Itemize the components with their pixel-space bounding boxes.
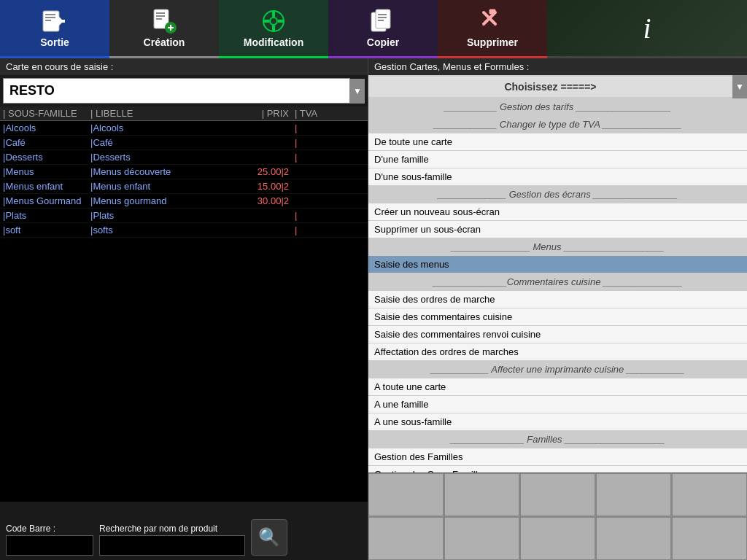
data-table: | SOUS-FAMILLE | LIBELLE | PRIX | TVA |A… [0, 106, 368, 502]
supprimer-button[interactable]: Supprimer [438, 0, 547, 58]
content-area: Carte en cours de saisie : ▼ | SOUS-FAMI… [0, 58, 747, 560]
list-item[interactable]: Saisie des commentaires renvoi cuisine [368, 326, 747, 343]
table-row[interactable]: |Café |Café | [0, 136, 368, 150]
cell-prix [233, 122, 292, 133]
grid-cell-8 [520, 517, 595, 560]
svg-rect-24 [489, 9, 495, 14]
table-header: | SOUS-FAMILLE | LIBELLE | PRIX | TVA [0, 106, 368, 121]
list-item[interactable]: D'une sous-famille [368, 168, 747, 186]
col-prix-header: | PRIX [233, 108, 292, 119]
copier-label: Copier [367, 36, 399, 48]
cell-prix [233, 152, 292, 163]
cell-prix: 15.00|2 [233, 181, 292, 192]
recherche-input[interactable] [99, 535, 245, 556]
creation-icon [150, 8, 179, 34]
svg-rect-22 [378, 17, 387, 18]
modification-button[interactable]: Modification [219, 0, 328, 58]
left-panel-header: Carte en cours de saisie : [0, 58, 368, 75]
copier-button[interactable]: Copier [328, 0, 438, 58]
right-dropdown-button[interactable]: ▼ [732, 75, 747, 98]
sortie-icon [40, 8, 69, 34]
list-item[interactable]: A toute une carte [368, 378, 747, 396]
list-item[interactable]: Saisie des menus [368, 256, 747, 273]
table-row[interactable]: |soft |softs | [0, 223, 368, 238]
svg-rect-16 [272, 26, 275, 31]
list-item[interactable]: D'une famille [368, 151, 747, 168]
card-select-row: ▼ [0, 75, 368, 106]
cell-prix [233, 225, 292, 236]
card-select-input[interactable] [3, 78, 350, 104]
table-row[interactable]: |Menus enfant |Menus enfant 15.00|2 [0, 179, 368, 194]
list-item[interactable]: A une famille [368, 396, 747, 413]
right-panel-header: Gestion Cartes, Menus et Formules : [368, 58, 747, 75]
grid-cell-7 [444, 517, 519, 560]
table-row[interactable]: |Desserts |Desserts | [0, 150, 368, 165]
table-row[interactable]: |Plats |Plats | [0, 209, 368, 223]
sortie-label: Sortie [40, 36, 69, 48]
search-button[interactable]: 🔍 [251, 519, 287, 556]
grid-cell-6 [368, 517, 444, 560]
list-item[interactable]: Créer un nouveau sous-écran [368, 203, 747, 221]
card-dropdown-button[interactable]: ▼ [350, 79, 365, 104]
table-row[interactable]: |Menus Gourmand |Menus gourmand 30.00|2 [0, 194, 368, 209]
right-dropdown-display[interactable]: Choisissez =====> [368, 77, 732, 97]
carte-header-label: Carte en cours de saisie : [6, 61, 113, 72]
right-dropdown-row: Choisissez =====> ▼ [368, 75, 747, 98]
col-sous-famille-header: | SOUS-FAMILLE [0, 108, 88, 119]
cell-tva: | [292, 210, 336, 221]
modification-icon [259, 8, 288, 34]
left-bottom: Code Barre : Recherche par nom de produi… [0, 502, 368, 560]
code-barre-input[interactable] [6, 535, 93, 556]
list-item[interactable]: Saisie des commentaires cuisine [368, 308, 747, 326]
cell-prix [233, 137, 292, 148]
svg-rect-17 [263, 20, 269, 23]
left-panel: Carte en cours de saisie : ▼ | SOUS-FAMI… [0, 58, 368, 560]
cell-tva: | [292, 122, 336, 133]
cell-tva: | [292, 225, 336, 236]
sortie-button[interactable]: Sortie [0, 0, 109, 58]
list-item[interactable]: A une sous-famille [368, 413, 747, 431]
supprimer-label: Supprimer [467, 36, 518, 48]
grid-cell-9 [596, 517, 671, 560]
col-libelle-header: | LIBELLE [88, 108, 233, 119]
supprimer-icon [478, 8, 507, 34]
cell-sous-famille: |Alcools [0, 122, 88, 133]
list-item[interactable]: Gestion des Familles [368, 448, 747, 466]
svg-rect-21 [378, 14, 387, 15]
creation-button[interactable]: Création [109, 0, 219, 58]
svg-rect-9 [156, 18, 162, 20]
list-item[interactable]: Affectation des ordres de marches [368, 343, 747, 361]
grid-cell-1 [368, 473, 444, 516]
cell-tva [292, 181, 336, 192]
code-barre-label: Code Barre : [6, 524, 93, 534]
main-container: Sortie Création [0, 0, 747, 560]
info-button[interactable]: i [547, 0, 747, 58]
list-item: ___________ Affecter une imprimante cuis… [368, 361, 747, 378]
cell-libelle: |softs [88, 225, 233, 236]
grid-cell-2 [444, 473, 519, 516]
table-row[interactable]: |Alcools |Alcools | [0, 121, 368, 136]
cell-libelle: |Desserts [88, 152, 233, 163]
list-item: __________ Gestion des tarifs __________… [368, 98, 747, 116]
list-item: _______________ Menus __________________… [368, 238, 747, 256]
modification-label: Modification [244, 36, 303, 48]
gestion-header-label: Gestion Cartes, Menus et Formules : [374, 61, 529, 72]
cell-libelle: |Café [88, 137, 233, 148]
cell-prix: 30.00|2 [233, 195, 292, 206]
recherche-label: Recherche par nom de produit [99, 524, 245, 534]
list-item[interactable]: De toute une carte [368, 133, 747, 151]
list-item: ______________ Familles ________________… [368, 431, 747, 448]
cell-sous-famille: |Plats [0, 210, 88, 221]
svg-rect-8 [156, 15, 165, 17]
list-item: _____________ Gestion des écrans _______… [368, 186, 747, 203]
list-item[interactable]: Gestion des Sous-Familles [368, 466, 747, 472]
list-item[interactable]: Saisie des ordres de marche [368, 291, 747, 308]
cell-libelle: |Plats [88, 210, 233, 221]
table-row[interactable]: |Menus |Menus découverte 25.00|2 [0, 165, 368, 179]
col-tva-header: | TVA [292, 108, 336, 119]
cell-libelle: |Menus enfant [88, 181, 233, 192]
list-item: ______________Commentaires cuisine _____… [368, 273, 747, 291]
svg-rect-7 [156, 12, 165, 14]
list-item[interactable]: Supprimer un sous-écran [368, 221, 747, 238]
svg-rect-4 [45, 17, 55, 18]
